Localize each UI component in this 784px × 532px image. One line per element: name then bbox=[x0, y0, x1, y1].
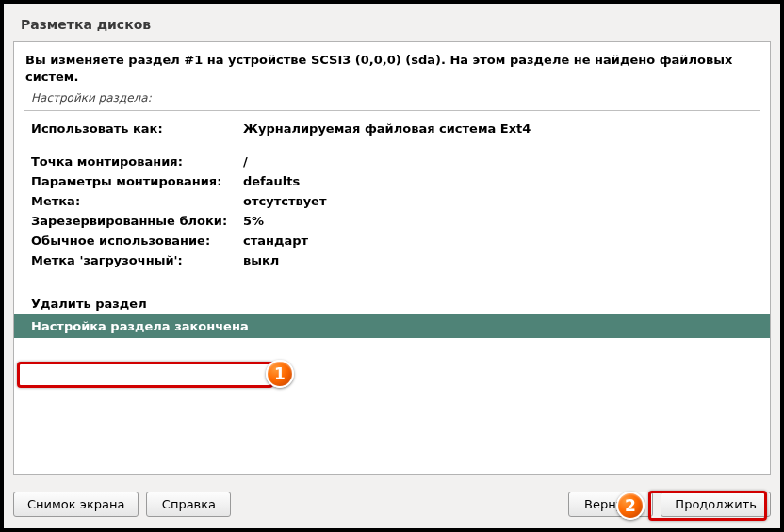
setting-row[interactable]: Метка 'загрузочный':выкл bbox=[14, 250, 770, 270]
setting-row[interactable]: Параметры монтирования:defaults bbox=[14, 171, 770, 191]
setting-row[interactable]: Метка:отсутствует bbox=[14, 191, 770, 211]
settings-list: Использовать как:Журналируемая файловая … bbox=[14, 111, 770, 293]
setting-row[interactable]: Использовать как:Журналируемая файловая … bbox=[14, 119, 770, 138]
setting-gap bbox=[14, 270, 770, 283]
back-button[interactable]: Вернуть bbox=[568, 492, 653, 517]
continue-button[interactable]: Продолжить bbox=[661, 492, 771, 517]
setting-label: Метка: bbox=[31, 194, 243, 208]
setting-value: стандарт bbox=[243, 234, 308, 248]
setting-value: / bbox=[243, 154, 248, 169]
setting-label: Параметры монтирования: bbox=[31, 174, 243, 188]
installer-window: Разметка дисков Вы изменяете раздел #1 н… bbox=[0, 0, 784, 532]
setting-value: defaults bbox=[243, 174, 300, 188]
setting-label: Зарезервированные блоки: bbox=[31, 214, 243, 228]
setting-gap bbox=[14, 138, 770, 152]
setting-label: Использовать как: bbox=[31, 121, 243, 136]
setting-label: Точка монтирования: bbox=[31, 154, 243, 169]
setting-label: Обычное использование: bbox=[31, 234, 243, 248]
setting-value: Журналируемая файловая система Ext4 bbox=[243, 121, 531, 136]
main-panel: Вы изменяете раздел #1 на устройстве SCS… bbox=[13, 41, 771, 475]
setting-value: отсутствует bbox=[243, 194, 326, 208]
delete-partition-action[interactable]: Удалить раздел bbox=[14, 293, 770, 314]
setting-row[interactable]: Обычное использование:стандарт bbox=[14, 231, 770, 250]
done-setting-partition-action[interactable]: Настройка раздела закончена bbox=[14, 314, 770, 338]
setting-value: выкл bbox=[243, 253, 279, 267]
setting-value: 5% bbox=[243, 214, 264, 228]
setting-row[interactable]: Зарезервированные блоки:5% bbox=[14, 211, 770, 231]
settings-subtitle: Настройки раздела: bbox=[14, 89, 770, 110]
setting-row[interactable]: Точка монтирования:/ bbox=[14, 152, 770, 171]
screenshot-button[interactable]: Снимок экрана bbox=[13, 492, 139, 517]
window-title: Разметка дисков bbox=[4, 4, 780, 41]
intro-text: Вы изменяете раздел #1 на устройстве SCS… bbox=[14, 42, 770, 89]
footer-bar: Снимок экрана Справка Вернуть Продолжить bbox=[4, 484, 780, 528]
setting-label: Метка 'загрузочный': bbox=[31, 253, 243, 267]
help-button[interactable]: Справка bbox=[146, 492, 231, 517]
